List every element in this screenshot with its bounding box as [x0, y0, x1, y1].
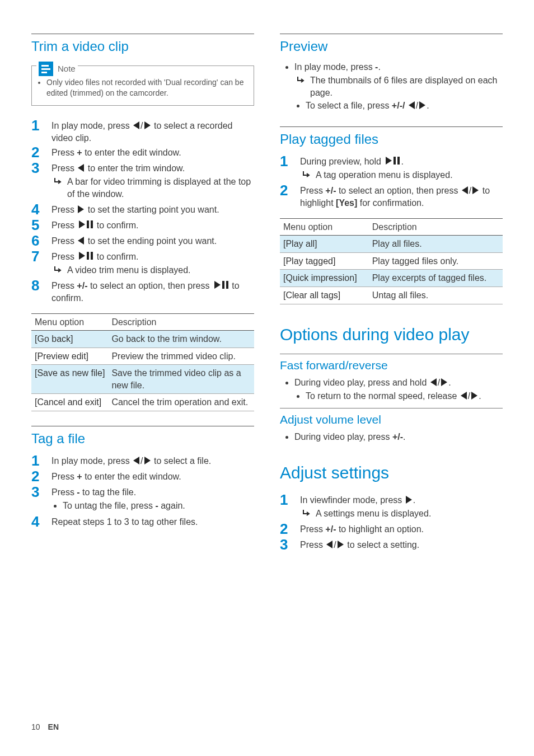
right-triangle-icon	[144, 457, 151, 464]
page-number: 10	[31, 722, 40, 732]
table-row: [Save as new file] Save the trimmed vide…	[31, 365, 254, 394]
left-triangle-icon	[462, 186, 468, 194]
left-triangle-icon	[461, 392, 467, 400]
result-arrow-icon	[302, 509, 311, 517]
right-triangle-icon	[144, 121, 151, 129]
right-triangle-icon	[419, 101, 425, 109]
left-triangle-icon	[409, 101, 415, 109]
trim-options-table: Menu option Description [Go back] Go bac…	[31, 313, 254, 412]
table-row: [Play all] Play all files.	[280, 236, 503, 253]
table-row: [Play tagged] Play tagged files only.	[280, 252, 503, 270]
left-triangle-icon	[78, 237, 84, 245]
adjust-settings-steps: In viewfinder mode, press . A settings m…	[280, 492, 503, 552]
note-label: Note	[58, 63, 76, 74]
note-icon	[39, 62, 53, 76]
ffwd-list: During video play, press and hold /. To …	[280, 377, 503, 402]
right-triangle-icon	[441, 378, 447, 386]
play-pause-icon	[213, 281, 228, 289]
result-arrow-icon	[54, 266, 63, 274]
tag-steps: In play mode, press / to select a file. …	[31, 453, 254, 528]
preview-title: Preview	[280, 37, 503, 55]
volume-title: Adjust volume level	[280, 408, 503, 428]
right-triangle-icon	[78, 205, 84, 213]
left-triangle-icon	[430, 378, 437, 386]
volume-list: During video play, press +/-.	[280, 431, 503, 443]
play-tagged-steps: During preview, hold . A tag operation m…	[280, 154, 503, 209]
right-triangle-icon	[472, 186, 479, 194]
right-triangle-icon	[338, 541, 344, 548]
table-row: [Clear all tags] Untag all files.	[280, 287, 503, 304]
options-during-play-title: Options during video play	[280, 323, 503, 346]
play-tagged-title: Play tagged files	[280, 130, 503, 148]
page-footer: 10 EN	[31, 722, 59, 732]
left-triangle-icon	[326, 541, 332, 548]
page-lang: EN	[48, 722, 59, 732]
result-arrow-icon	[297, 76, 306, 84]
left-triangle-icon	[78, 164, 84, 172]
table-row: [Quick impression] Play excerpts of tagg…	[280, 270, 503, 287]
table-header-desc: Description	[108, 313, 254, 331]
section-preview: Preview In play mode, press -. The thumb…	[280, 34, 503, 112]
left-column: Trim a video clip Note Only video files …	[31, 34, 254, 561]
play-pause-icon	[385, 157, 400, 165]
table-header-option: Menu option	[31, 313, 108, 331]
ffwd-title: Fast forward/reverse	[280, 354, 503, 373]
left-triangle-icon	[133, 457, 139, 464]
note-text: Only video files not recorded with 'Dual…	[46, 77, 248, 98]
left-triangle-icon	[133, 121, 139, 129]
table-header-option: Menu option	[280, 218, 369, 236]
result-arrow-icon	[302, 171, 311, 179]
table-row: [Cancel and exit] Cancel the trim operat…	[31, 394, 254, 411]
trim-steps: In play mode, press / to select a record…	[31, 118, 254, 304]
right-triangle-icon	[471, 392, 477, 400]
play-tagged-options-table: Menu option Description [Play all] Play …	[280, 218, 503, 304]
adjust-settings-title: Adjust settings	[280, 462, 503, 485]
tag-title: Tag a file	[31, 430, 254, 448]
play-pause-icon	[78, 220, 93, 228]
section-tag-file: Tag a file In play mode, press / to sele…	[31, 426, 254, 529]
section-trim-video: Trim a video clip Note Only video files …	[31, 34, 254, 411]
right-column: Preview In play mode, press -. The thumb…	[280, 34, 503, 561]
result-arrow-icon	[54, 177, 63, 185]
table-row: [Preview edit] Preview the trimmed video…	[31, 348, 254, 365]
trim-title: Trim a video clip	[31, 37, 254, 55]
right-triangle-icon	[406, 496, 412, 504]
table-header-desc: Description	[369, 218, 503, 236]
play-pause-icon	[78, 252, 93, 260]
table-row: [Go back] Go back to the trim window.	[31, 331, 254, 348]
section-play-tagged: Play tagged files During preview, hold .…	[280, 126, 503, 304]
note-box: Note Only video files not recorded with …	[31, 65, 254, 106]
